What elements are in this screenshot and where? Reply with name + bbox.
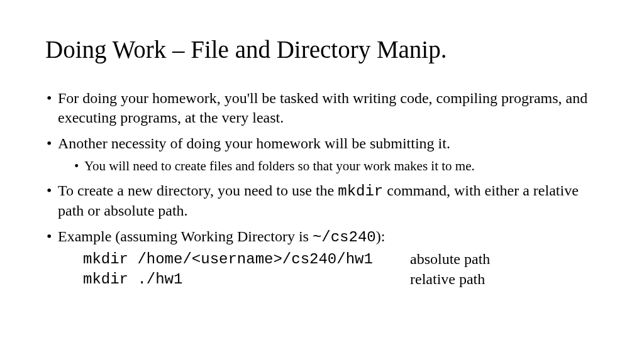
example-block: mkdir /home/<username>/cs240/hw1 absolut… <box>83 250 599 288</box>
bullet-item: For doing your homework, you'll be taske… <box>45 89 599 128</box>
inline-code: mkdir <box>338 183 383 200</box>
bullet-list: For doing your homework, you'll be taske… <box>45 89 599 289</box>
inline-code: ~/cs240 <box>313 229 376 246</box>
bullet-text: Another necessity of doing your homework… <box>58 135 450 151</box>
bullet-text-part: ): <box>376 228 386 244</box>
bullet-item: Example (assuming Working Directory is ~… <box>45 227 599 289</box>
sub-bullet-text: You will need to create files and folder… <box>84 158 475 173</box>
bullet-item: Another necessity of doing your homework… <box>45 134 599 174</box>
bullet-text-part: Example (assuming Working Directory is <box>58 228 313 244</box>
bullet-text-part: To create a new directory, you need to u… <box>58 182 338 199</box>
example-row: mkdir ./hw1 relative path <box>83 270 599 289</box>
example-command: mkdir ./hw1 <box>83 270 410 289</box>
sub-bullet-list: You will need to create files and folder… <box>73 158 599 175</box>
bullet-text: For doing your homework, you'll be taske… <box>58 90 587 126</box>
example-label: relative path <box>410 270 485 289</box>
sub-bullet-item: You will need to create files and folder… <box>73 158 599 175</box>
bullet-item: To create a new directory, you need to u… <box>45 181 599 221</box>
example-command: mkdir /home/<username>/cs240/hw1 <box>83 250 410 269</box>
example-row: mkdir /home/<username>/cs240/hw1 absolut… <box>83 250 599 269</box>
slide-title: Doing Work – File and Directory Manip. <box>45 35 599 63</box>
example-label: absolute path <box>410 250 490 269</box>
